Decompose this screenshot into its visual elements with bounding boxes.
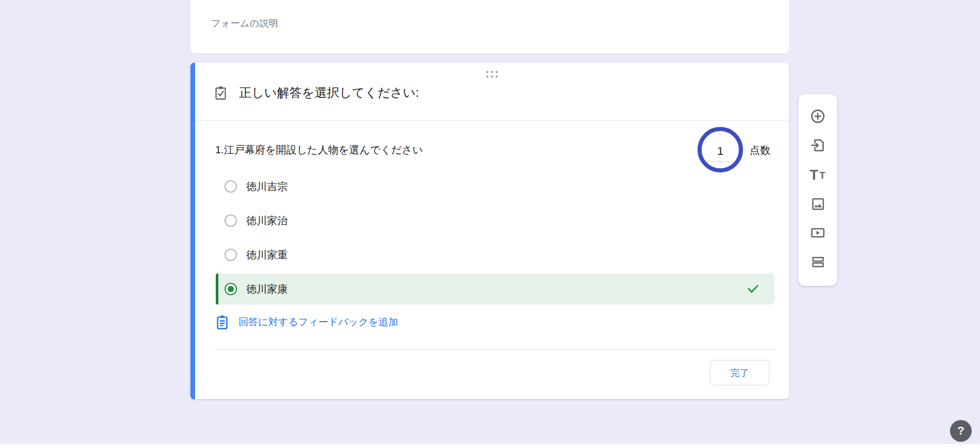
answer-key-icon [214,85,228,100]
radio-button[interactable] [225,180,237,193]
option-row[interactable]: 徳川家重 [195,242,794,267]
drag-handle[interactable] [486,71,498,78]
option-label: 徳川吉宗 [246,180,288,194]
section-icon [810,254,826,271]
add-section-button[interactable] [806,251,830,275]
add-question-button[interactable] [806,105,830,129]
image-icon [810,196,826,213]
option-label: 徳川家重 [246,248,288,262]
question-card: 正しい解答を選択してください: 1.江戸幕府を開設した人物を選んでください 1 … [190,63,789,399]
bottom-edge-strip [0,444,980,448]
add-image-button[interactable] [806,193,830,216]
points-input[interactable]: 1 [697,127,743,172]
form-description-input[interactable]: フォームの説明 [211,17,278,30]
import-questions-button[interactable] [806,134,830,158]
radio-button[interactable] [225,214,237,227]
feedback-clipboard-icon [215,315,229,330]
option-label: 徳川家治 [246,214,288,228]
option-row[interactable]: 徳川家治 [195,208,794,233]
radio-button-selected[interactable] [225,283,237,295]
option-row-correct[interactable]: 徳川家康 [216,273,775,305]
header-divider [195,120,789,121]
question-text: 1.江戸幕府を開設した人物を選んでください [215,143,423,157]
done-button[interactable]: 完了 [710,360,769,385]
points-value[interactable]: 1 [705,144,735,162]
add-video-button[interactable] [806,222,830,245]
add-circle-icon [810,108,826,126]
video-icon [810,225,826,242]
import-questions-icon [810,137,826,155]
points-label: 点数 [750,143,770,157]
form-description-card: フォームの説明 [190,0,789,53]
add-title-description-button[interactable]: TT [806,164,830,187]
answer-key-title: 正しい解答を選択してください: [239,84,419,101]
radio-button[interactable] [225,249,237,261]
footer-divider [215,349,777,350]
correct-check-icon [746,282,760,296]
text-icon: TT [810,168,826,182]
question-card-header: 正しい解答を選択してください: [214,81,419,104]
add-feedback-label: 回答に対するフィードバックを追加 [239,315,398,329]
help-button[interactable]: ? [950,420,972,442]
add-feedback-link[interactable]: 回答に対するフィードバックを追加 [215,313,398,331]
option-row[interactable]: 徳川吉宗 [195,174,794,199]
form-toolbar: TT [798,94,837,286]
option-label: 徳川家康 [246,282,288,296]
